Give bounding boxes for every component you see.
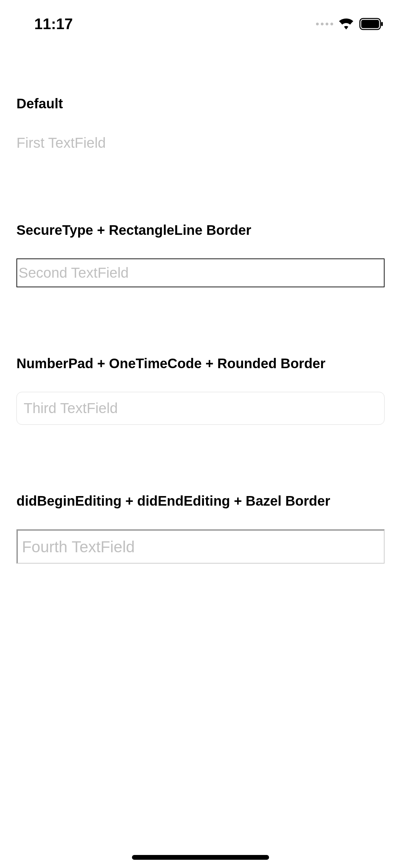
- section-default: Default: [16, 96, 385, 154]
- third-textfield[interactable]: [16, 392, 385, 425]
- status-right: [316, 18, 384, 30]
- battery-icon: [359, 18, 384, 30]
- wifi-icon: [339, 19, 354, 29]
- status-time: 11:17: [34, 15, 73, 33]
- cellular-signal-icon: [316, 23, 333, 25]
- section-label-numberpad: NumberPad + OneTimeCode + Rounded Border: [16, 356, 385, 371]
- svg-rect-1: [361, 20, 379, 28]
- fourth-textfield[interactable]: [16, 529, 385, 564]
- section-numberpad-rounded: NumberPad + OneTimeCode + Rounded Border: [16, 356, 385, 425]
- first-textfield[interactable]: [16, 132, 385, 154]
- section-label-default: Default: [16, 96, 385, 111]
- section-editing-bezel: didBeginEditing + didEndEditing + Bazel …: [16, 493, 385, 564]
- section-label-editing: didBeginEditing + didEndEditing + Bazel …: [16, 493, 385, 509]
- section-label-secure: SecureType + RectangleLine Border: [16, 222, 385, 238]
- home-indicator[interactable]: [132, 855, 269, 860]
- second-textfield[interactable]: [16, 258, 385, 287]
- svg-rect-2: [381, 22, 383, 26]
- status-bar: 11:17: [0, 0, 401, 48]
- content-area: Default SecureType + RectangleLine Borde…: [0, 0, 401, 564]
- section-secure-line: SecureType + RectangleLine Border: [16, 222, 385, 287]
